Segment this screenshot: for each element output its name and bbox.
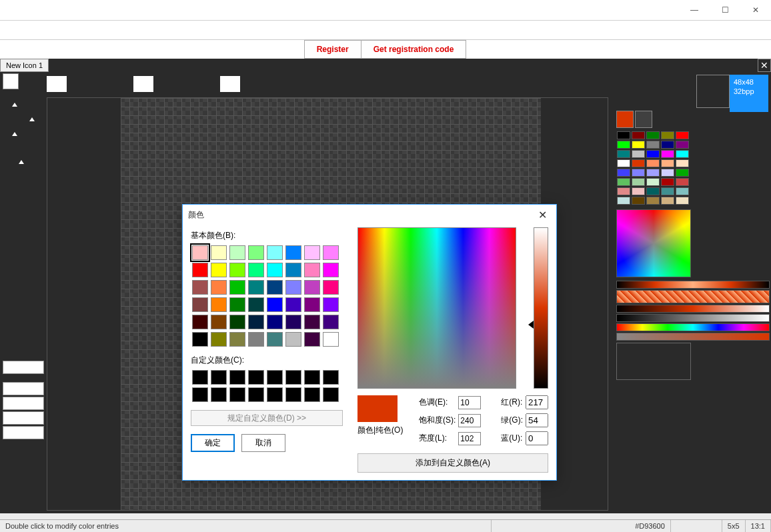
custom-color-swatch[interactable]	[323, 387, 339, 402]
basic-color-swatch[interactable]	[323, 332, 339, 347]
palette-swatch[interactable]	[646, 178, 660, 186]
palette-swatch[interactable]	[646, 131, 660, 139]
basic-color-swatch[interactable]	[192, 315, 208, 329]
basic-color-swatch[interactable]	[323, 297, 339, 312]
palette-swatch[interactable]	[646, 187, 660, 195]
palette-swatch[interactable]	[632, 141, 645, 149]
format-selector[interactable]: 48x4832bpp	[696, 75, 768, 112]
basic-color-swatch[interactable]	[192, 297, 208, 312]
palette-swatch[interactable]	[661, 169, 674, 177]
basic-color-swatch[interactable]	[304, 315, 320, 329]
basic-color-swatch[interactable]	[229, 280, 245, 295]
palette-swatch[interactable]	[646, 169, 660, 177]
custom-color-swatch[interactable]	[248, 387, 264, 402]
preview-thumb[interactable]	[47, 76, 67, 92]
custom-color-swatch[interactable]	[285, 387, 301, 402]
custom-color-swatch[interactable]	[211, 370, 227, 385]
custom-color-swatch[interactable]	[229, 387, 245, 402]
saturation-strip[interactable]	[616, 333, 770, 341]
palette-swatch[interactable]	[661, 159, 674, 167]
expand-icon[interactable]	[12, 132, 17, 136]
palette-swatch[interactable]	[676, 169, 689, 177]
dialog-titlebar[interactable]: 颜色 ✕	[183, 205, 556, 225]
tool-slot[interactable]	[3, 411, 44, 425]
palette-swatch[interactable]	[646, 150, 660, 158]
palette-swatch[interactable]	[617, 197, 630, 205]
blue-input[interactable]	[526, 431, 548, 445]
tool-thumb[interactable]	[3, 73, 19, 89]
palette-swatch[interactable]	[632, 169, 645, 177]
palette-swatch[interactable]	[661, 131, 674, 139]
palette-swatch[interactable]	[617, 159, 630, 167]
basic-color-swatch[interactable]	[285, 263, 301, 277]
close-button[interactable]: ✕	[740, 0, 771, 20]
color-spectrum[interactable]	[357, 227, 516, 389]
dialog-close-button[interactable]: ✕	[534, 209, 551, 221]
basic-color-swatch[interactable]	[229, 263, 245, 277]
palette-swatch[interactable]	[632, 178, 645, 186]
palette-swatch[interactable]	[661, 197, 674, 205]
tool-slot[interactable]	[3, 426, 44, 439]
basic-color-swatch[interactable]	[229, 245, 245, 260]
custom-color-swatch[interactable]	[267, 387, 283, 402]
cancel-button[interactable]: 取消	[241, 434, 285, 452]
tool-slot[interactable]	[3, 382, 44, 395]
basic-color-swatch[interactable]	[304, 280, 320, 295]
custom-color-swatch[interactable]	[285, 370, 301, 385]
basic-color-swatch[interactable]	[248, 245, 264, 260]
palette-swatch[interactable]	[676, 159, 689, 167]
palette-swatch[interactable]	[676, 131, 689, 139]
palette-swatch[interactable]	[676, 178, 689, 186]
basic-color-swatch[interactable]	[229, 332, 245, 347]
maximize-button[interactable]: ☐	[710, 0, 740, 20]
custom-color-swatch[interactable]	[304, 370, 320, 385]
palette-swatch[interactable]	[617, 150, 630, 158]
foreground-color[interactable]	[616, 111, 634, 128]
minimize-button[interactable]: —	[679, 0, 710, 20]
palette-swatch[interactable]	[646, 141, 660, 149]
basic-color-swatch[interactable]	[229, 315, 245, 329]
custom-color-swatch[interactable]	[192, 370, 208, 385]
basic-color-swatch[interactable]	[267, 245, 283, 260]
custom-color-swatch[interactable]	[323, 370, 339, 385]
palette-swatch[interactable]	[676, 197, 689, 205]
basic-color-swatch[interactable]	[267, 332, 283, 347]
basic-color-swatch[interactable]	[285, 280, 301, 295]
basic-color-swatch[interactable]	[304, 245, 320, 260]
basic-color-swatch[interactable]	[285, 297, 301, 312]
basic-color-swatch[interactable]	[285, 245, 301, 260]
palette-swatch[interactable]	[676, 150, 689, 158]
basic-color-swatch[interactable]	[248, 315, 264, 329]
alpha-strip[interactable]	[616, 314, 770, 322]
lightness-strip[interactable]	[616, 305, 770, 313]
palette-swatch[interactable]	[632, 197, 645, 205]
get-code-button[interactable]: Get registration code	[361, 40, 467, 59]
basic-color-swatch[interactable]	[248, 332, 264, 347]
background-color[interactable]	[635, 111, 652, 128]
palette-swatch[interactable]	[661, 178, 674, 186]
palette-swatch[interactable]	[617, 131, 630, 139]
add-custom-button[interactable]: 添加到自定义颜色(A)	[357, 453, 548, 473]
basic-color-swatch[interactable]	[267, 263, 283, 277]
hue-input[interactable]	[458, 396, 481, 409]
basic-color-swatch[interactable]	[211, 263, 227, 277]
basic-color-swatch[interactable]	[248, 297, 264, 312]
basic-color-swatch[interactable]	[323, 315, 339, 329]
basic-color-swatch[interactable]	[211, 332, 227, 347]
pattern-strip[interactable]	[616, 290, 770, 303]
basic-color-swatch[interactable]	[267, 280, 283, 295]
custom-color-swatch[interactable]	[229, 370, 245, 385]
expand-icon[interactable]	[29, 117, 35, 121]
green-input[interactable]	[526, 413, 548, 427]
document-tab[interactable]: New Icon 1	[0, 59, 49, 72]
basic-color-swatch[interactable]	[211, 315, 227, 329]
basic-color-swatch[interactable]	[267, 297, 283, 312]
tool-slot[interactable]	[3, 361, 44, 374]
basic-color-swatch[interactable]	[211, 245, 227, 260]
gradient-strip[interactable]	[616, 281, 770, 289]
hue-strip[interactable]	[616, 323, 770, 331]
palette-swatch[interactable]	[646, 159, 660, 167]
custom-color-swatch[interactable]	[248, 370, 264, 385]
basic-color-swatch[interactable]	[304, 263, 320, 277]
basic-color-swatch[interactable]	[192, 245, 208, 260]
